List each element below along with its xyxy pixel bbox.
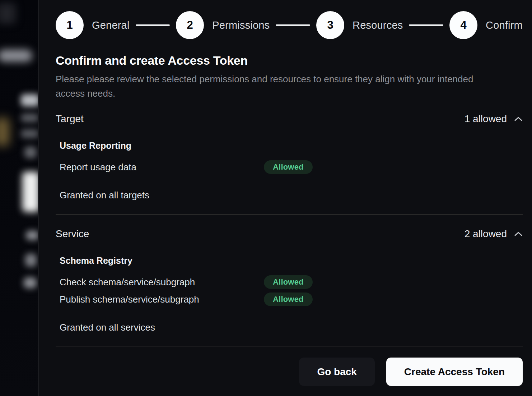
step-number-badge: 4: [449, 11, 477, 39]
status-badge-allowed: Allowed: [264, 160, 313, 174]
allowed-count-badge: 2 allowed: [465, 228, 507, 240]
page-title: Confirm and create Access Token: [56, 54, 523, 68]
section-header-service: Service 2 allowed: [56, 228, 523, 240]
modal-footer: Go back Create Access Token: [56, 358, 523, 386]
blurred-page-heading: [21, 94, 38, 106]
blurred-text-line: [21, 114, 38, 122]
step-number-badge: 3: [316, 11, 344, 39]
wizard-stepper: 1 General 2 Permissions 3 Resources 4 Co…: [56, 11, 523, 39]
status-badge-allowed: Allowed: [264, 293, 313, 306]
permission-row: Report usage data Allowed: [60, 160, 523, 174]
step-resources[interactable]: 3 Resources: [316, 11, 403, 39]
blurred-sidebar-item: [25, 254, 37, 267]
section-title: Target: [56, 113, 84, 125]
step-label: Resources: [353, 19, 403, 31]
section-collapse-toggle[interactable]: 1 allowed: [465, 113, 523, 125]
section-collapse-toggle[interactable]: 2 allowed: [465, 228, 523, 240]
blurred-sidebar-item: [26, 231, 38, 240]
step-connector-line: [276, 24, 310, 26]
step-general[interactable]: 1 General: [56, 11, 130, 39]
permission-row: Check schema/service/subgraph Allowed: [60, 275, 523, 289]
permission-group-heading: Usage Reporting: [60, 141, 523, 151]
step-permissions[interactable]: 2 Permissions: [176, 11, 270, 39]
create-access-token-button[interactable]: Create Access Token: [386, 358, 523, 386]
granted-scope-note: Granted on all services: [60, 322, 523, 333]
permission-label: Report usage data: [60, 162, 264, 173]
page-subtitle: Please please review the selected permis…: [56, 72, 501, 101]
status-badge-allowed: Allowed: [264, 275, 313, 289]
section-header-target: Target 1 allowed: [56, 113, 523, 125]
blurred-nav-item: [0, 50, 32, 62]
step-number-badge: 2: [176, 11, 204, 39]
section-divider: [56, 214, 523, 215]
blurred-icon: [24, 147, 37, 158]
blurred-background-app: [0, 0, 38, 396]
step-label: Permissions: [212, 19, 270, 31]
step-label: General: [92, 19, 130, 31]
footer-divider: [56, 346, 523, 346]
blurred-logo: [0, 3, 16, 24]
blurred-card: [22, 172, 38, 212]
blurred-highlight: [0, 118, 9, 146]
permission-group-heading: Schema Registry: [60, 255, 523, 266]
section-title: Service: [56, 228, 89, 240]
permission-label: Publish schema/service/subgraph: [60, 294, 264, 305]
step-label: Confirm: [486, 19, 523, 31]
chevron-up-icon[interactable]: [514, 231, 523, 237]
step-connector-line: [136, 24, 170, 26]
blurred-sidebar-item: [24, 277, 37, 288]
granted-scope-note: Granted on all targets: [60, 190, 523, 201]
step-number-badge: 1: [56, 11, 84, 39]
allowed-count-badge: 1 allowed: [465, 113, 507, 125]
step-connector-line: [409, 24, 443, 26]
blurred-text-line: [21, 129, 38, 138]
chevron-up-icon[interactable]: [514, 116, 523, 122]
step-confirm[interactable]: 4 Confirm: [449, 11, 523, 39]
go-back-button[interactable]: Go back: [299, 358, 374, 386]
create-access-token-panel: 1 General 2 Permissions 3 Resources 4 Co…: [38, 0, 532, 396]
permission-row: Publish schema/service/subgraph Allowed: [60, 293, 523, 306]
permission-label: Check schema/service/subgraph: [60, 277, 264, 288]
